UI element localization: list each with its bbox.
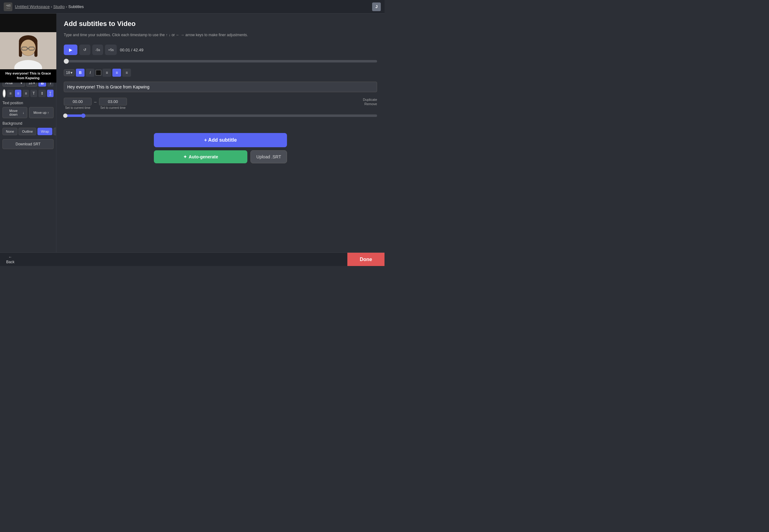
action-buttons: + Add subtitle ✦ Auto-generate Upload .S… — [64, 133, 377, 163]
add-subtitle-button[interactable]: + Add subtitle — [154, 133, 287, 147]
format-italic-button[interactable]: I — [86, 69, 94, 77]
current-time: 00.01 / 42.49 — [120, 48, 143, 52]
bg-wrap-button[interactable]: Wrap — [37, 128, 52, 135]
text-color-picker[interactable] — [2, 89, 6, 98]
move-up-button[interactable]: Move up ↑ — [29, 107, 54, 118]
text-underline-button[interactable]: T — [47, 90, 54, 97]
breadcrumb-current: Subtitles — [68, 4, 84, 9]
page-title: Add subtitles to Video — [64, 20, 377, 28]
progress-thumb[interactable] — [64, 59, 69, 64]
logo-icon: 🎬 — [4, 2, 12, 11]
playback-controls: ▶ ↺ -5s +5s 00.01 / 42.49 — [64, 45, 377, 55]
left-panel: Hey everyone! This is Grace from Kapwing… — [0, 14, 56, 252]
bottom-bar: ← Back Done — [0, 252, 384, 266]
subtitle-text-input[interactable] — [64, 82, 377, 92]
svg-point-5 — [21, 40, 36, 56]
text-style-button[interactable]: T — [30, 90, 37, 97]
back-arrow-icon: ← — [8, 255, 12, 259]
format-size-select[interactable]: 18 ▾ — [64, 69, 75, 76]
background-row: None Outline Wrap Full — [2, 127, 54, 135]
format-align-right[interactable]: ≡ — [122, 69, 131, 77]
done-button[interactable]: Done — [347, 253, 384, 266]
format-align-left[interactable]: ≡ — [102, 69, 111, 77]
topbar: 🎬 Untitled Workspace › Studio › Subtitle… — [0, 0, 384, 14]
end-time-block: Set to current time — [99, 98, 127, 109]
bg-outline-button[interactable]: Outline — [19, 128, 36, 135]
page-subtitle: Type and time your subtitles. Click each… — [64, 32, 377, 38]
text-spacing-button[interactable]: ⇕ — [38, 90, 46, 97]
breadcrumb: Untitled Workspace › Studio › Subtitles — [15, 4, 84, 9]
download-srt-button[interactable]: Download SRT — [2, 139, 54, 149]
main-layout: Hey everyone! This is Grace from Kapwing… — [0, 14, 384, 252]
video-preview: Hey everyone! This is Grace from Kapwing — [0, 14, 56, 69]
progress-bar[interactable] — [64, 60, 377, 62]
format-bold-button[interactable]: B — [76, 69, 84, 77]
auto-generate-button[interactable]: ✦ Auto-generate — [154, 150, 247, 163]
breadcrumb-workspace[interactable]: Untitled Workspace — [15, 4, 49, 9]
restart-button[interactable]: ↺ — [79, 45, 90, 55]
arrow-down-icon: ↓ — [23, 111, 24, 114]
format-toolbar: 18 ▾ B I ≡ ≡ ≡ — [64, 69, 377, 77]
left-options: Text Options Arial ▾ 18 ▾ B I ≡ ≡ ≡ T — [0, 69, 56, 252]
upload-srt-button[interactable]: Upload .SRT — [251, 150, 287, 163]
remove-button[interactable]: Remove — [364, 102, 377, 106]
video-caption: Hey everyone! This is Grace from Kapwing — [0, 69, 56, 83]
range-thumb-right[interactable] — [81, 114, 85, 118]
text-position-title: Text position — [2, 101, 54, 105]
set-start-time-link[interactable]: Set to current time — [65, 106, 90, 109]
timestamp-row: Set to current time – Set to current tim… — [64, 98, 377, 109]
align-right-button[interactable]: ≡ — [23, 90, 29, 97]
timestamp-dash: – — [94, 98, 97, 104]
duplicate-button[interactable]: Duplicate — [363, 98, 377, 101]
move-down-button[interactable]: Move down ↓ — [2, 107, 27, 118]
set-end-time-link[interactable]: Set to current time — [100, 106, 126, 109]
arrow-up-icon: ↑ — [47, 111, 49, 114]
skip-back-button[interactable]: -5s — [92, 45, 103, 55]
right-panel: Add subtitles to Video Type and time you… — [56, 14, 384, 252]
play-button[interactable]: ▶ — [64, 45, 77, 55]
end-time-input[interactable] — [99, 98, 127, 105]
skip-forward-button[interactable]: +5s — [105, 45, 117, 55]
range-thumb-left[interactable] — [63, 114, 67, 118]
back-button[interactable]: ← Back — [0, 255, 21, 264]
breadcrumb-studio[interactable]: Studio — [53, 4, 65, 9]
background-title: Background — [2, 121, 54, 126]
bg-none-button[interactable]: None — [2, 128, 17, 135]
start-time-input[interactable] — [64, 98, 92, 105]
subtitle-range-slider[interactable] — [64, 114, 377, 117]
bottom-action-row: ✦ Auto-generate Upload .SRT — [154, 150, 287, 163]
align-row: ≡ ≡ ≡ T ⇕ T — [2, 89, 54, 98]
format-align-center[interactable]: ≡ — [112, 69, 121, 77]
position-row: Move down ↓ Move up ↑ — [2, 107, 54, 118]
align-left-button[interactable]: ≡ — [7, 90, 14, 97]
start-time-block: Set to current time — [64, 98, 92, 109]
bg-full-button[interactable]: Full — [54, 128, 56, 135]
avatar[interactable]: J — [372, 2, 381, 11]
align-center-button[interactable]: ≡ — [15, 90, 21, 97]
sparkle-icon: ✦ — [183, 154, 187, 159]
dup-remove-controls: Duplicate Remove — [363, 98, 377, 106]
format-color-picker[interactable] — [96, 70, 101, 75]
